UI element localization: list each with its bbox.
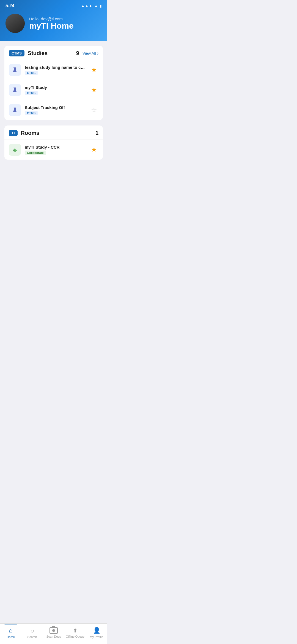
svg-point-3: [14, 149, 16, 150]
room-item-tag: Collaborate: [25, 151, 46, 155]
list-item[interactable]: myTI Study CTMS ★: [4, 80, 103, 100]
list-item[interactable]: Subject Tracking Off CTMS ☆: [4, 100, 103, 120]
study-item-name: myTI Study: [25, 85, 86, 90]
status-icons: ▲▲▲ ▲ ▮: [81, 4, 102, 8]
status-time: 5:24: [6, 3, 14, 8]
star-empty-icon: ☆: [91, 106, 97, 114]
star-button[interactable]: ★: [90, 86, 98, 94]
study-item-content: Subject Tracking Off CTMS: [25, 105, 86, 115]
room-item-name: myTI Study - CCR: [25, 145, 86, 149]
signal-icon: ▲▲▲: [81, 4, 93, 8]
study-icon: [9, 64, 21, 76]
studies-badge: CTMS: [9, 50, 24, 56]
rooms-section: TI Rooms 1 myTI Study - CCR Collaborate …: [4, 125, 103, 160]
star-filled-icon: ★: [91, 86, 97, 94]
star-button[interactable]: ★: [90, 145, 98, 154]
flask-icon: [12, 107, 18, 113]
study-item-name: testing study long name to che…: [25, 65, 86, 70]
greeting-text: Hello, dev@ti.com: [29, 17, 74, 21]
study-item-content: testing study long name to che… CTMS: [25, 65, 86, 75]
handshake-icon: [12, 146, 18, 153]
svg-rect-0: [13, 67, 16, 68]
study-icon: [9, 104, 21, 116]
study-icon: [9, 84, 21, 96]
study-item-tag: CTMS: [25, 111, 38, 115]
room-item-content: myTI Study - CCR Collaborate: [25, 145, 86, 155]
study-item-tag: CTMS: [25, 71, 38, 75]
studies-section: CTMS Studies 9 View All › testing study …: [4, 46, 103, 120]
flask-icon: [12, 67, 18, 73]
flask-icon: [12, 87, 18, 93]
svg-rect-1: [13, 88, 16, 88]
star-button[interactable]: ☆: [90, 106, 98, 114]
view-all-label: View All: [82, 51, 96, 56]
page-title: myTI Home: [29, 21, 74, 31]
wifi-icon: ▲: [94, 4, 98, 8]
room-icon: [9, 144, 21, 156]
view-all-studies-button[interactable]: View All ›: [82, 51, 98, 56]
battery-icon: ▮: [100, 4, 102, 8]
studies-count: 9: [76, 50, 79, 56]
study-item-content: myTI Study CTMS: [25, 85, 86, 95]
study-item-tag: CTMS: [25, 91, 38, 95]
rooms-badge: TI: [9, 130, 18, 136]
star-filled-icon: ★: [91, 66, 97, 74]
studies-title: Studies: [28, 50, 72, 56]
chevron-right-icon: ›: [97, 51, 98, 56]
svg-rect-2: [13, 108, 16, 108]
avatar[interactable]: [6, 14, 25, 33]
star-button[interactable]: ★: [90, 66, 98, 74]
study-item-name: Subject Tracking Off: [25, 105, 86, 110]
main-content: CTMS Studies 9 View All › testing study …: [0, 41, 107, 190]
list-item[interactable]: myTI Study - CCR Collaborate ★: [4, 140, 103, 160]
star-filled-icon: ★: [91, 146, 97, 154]
rooms-title: Rooms: [21, 130, 91, 136]
rooms-count: 1: [95, 130, 98, 136]
list-item[interactable]: testing study long name to che… CTMS ★: [4, 60, 103, 80]
